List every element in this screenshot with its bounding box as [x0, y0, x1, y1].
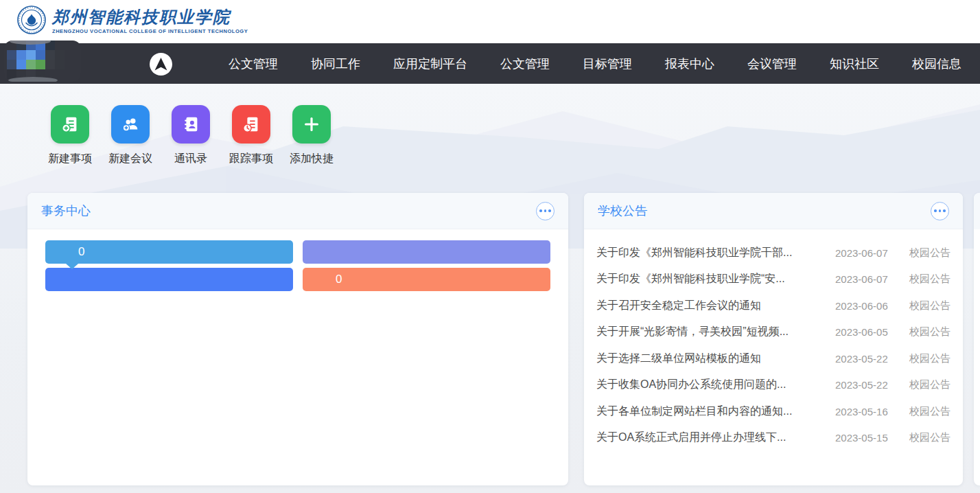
announcement-row[interactable]: 关于选择二级单位网站模板的通知 2023-05-22 校园公告 [596, 345, 950, 372]
announcement-date: 2023-06-05 [835, 326, 896, 338]
doc-clock-icon [232, 105, 270, 144]
announcement-row[interactable]: 关于印发《郑州智能科技职业学院干部... 2023-06-07 校园公告 [596, 240, 950, 266]
announcement-date: 2023-06-07 [835, 247, 896, 259]
school-announcements-panel: 学校公告 关于印发《郑州智能科技职业学院干部... 2023-06-07 校园公… [584, 193, 963, 485]
announcement-title[interactable]: 关于OA系统正式启用并停止办理线下... [596, 431, 835, 445]
sent-items-button[interactable]: 已发事项 [45, 268, 293, 291]
announcement-title[interactable]: 关于各单位制定网站栏目和内容的通知... [596, 404, 835, 419]
nav-item-campus-info[interactable]: 校园信息 [912, 56, 961, 72]
doc-plus-icon [51, 105, 89, 144]
college-name-en: ZHENGZHOU VOCATIONAL COLLEGE OF INTELLIG… [52, 28, 248, 34]
announcement-category: 校园公告 [905, 246, 950, 260]
affairs-panel-title: 事务中心 [41, 203, 91, 219]
main-navbar: 公文管理 协同工作 应用定制平台 公文管理 目标管理 报表中心 会议管理 知识社… [0, 43, 980, 84]
quick-action-contacts[interactable]: 通讯录 [166, 105, 215, 166]
quick-action-label: 新建会议 [108, 152, 152, 166]
quick-action-new-meeting[interactable]: 新建会议 [106, 105, 155, 166]
announcements-more-button[interactable] [931, 202, 949, 220]
announcement-title[interactable]: 关于收集OA协同办公系统使用问题的... [596, 378, 835, 392]
announcement-row[interactable]: 关于OA系统正式启用并停止办理线下... 2023-05-15 校园公告 [596, 425, 950, 452]
announcement-title[interactable]: 关于召开安全稳定工作会议的通知 [596, 299, 835, 313]
announcement-category: 校园公告 [905, 378, 950, 391]
selected-pointer-icon [66, 264, 78, 269]
nav-item-report-center[interactable]: 报表中心 [665, 56, 714, 72]
affairs-more-button[interactable] [536, 202, 555, 220]
college-name-zh: 郑州智能科技职业学院 [52, 8, 248, 26]
nav-item-app-platform[interactable]: 应用定制平台 [393, 56, 467, 72]
nav-item-meeting-mgmt[interactable]: 会议管理 [747, 56, 797, 72]
address-book-icon [172, 105, 210, 144]
service-center-button[interactable]: 0 办事中心 [45, 240, 293, 264]
announcement-category: 校园公告 [905, 352, 950, 365]
announcement-date: 2023-06-06 [835, 300, 896, 312]
pending-send-label: 待发事项 [404, 272, 450, 288]
announcement-row[interactable]: 关于各单位制定网站栏目和内容的通知... 2023-05-16 校园公告 [596, 398, 950, 425]
announcement-category: 校园公告 [905, 299, 950, 312]
quick-action-track-item[interactable]: 跟踪事项 [226, 105, 276, 166]
announcements-panel-title: 学校公告 [598, 203, 647, 219]
announcement-date: 2023-05-16 [835, 406, 896, 417]
affairs-panel-header: 事务中心 [27, 193, 568, 229]
announcement-row[interactable]: 关于召开安全稳定工作会议的通知 2023-06-06 校园公告 [596, 293, 950, 319]
done-items-button[interactable]: 已办事项 [303, 240, 550, 264]
announcement-category: 校园公告 [905, 431, 950, 444]
affairs-center-panel: 事务中心 0 办事中心 已办事项 已发事项 0 待发事项 [27, 193, 568, 485]
college-emblem-icon [16, 5, 47, 38]
announcement-date: 2023-05-15 [835, 432, 896, 444]
announcement-date: 2023-05-22 [835, 379, 896, 391]
announcement-row[interactable]: 关于开展“光影寄情，寻美校园”短视频... 2023-06-05 校园公告 [596, 319, 950, 346]
nav-home-logo-icon[interactable] [150, 53, 172, 76]
blurred-user-info[interactable] [4, 39, 84, 83]
affairs-buttons-grid: 0 办事中心 已办事项 已发事项 0 待发事项 [27, 229, 568, 302]
people-plus-icon [111, 105, 150, 144]
announcements-list: 关于印发《郑州智能科技职业学院干部... 2023-06-07 校园公告 关于印… [584, 229, 963, 451]
quick-action-new-item[interactable]: 新建事项 [45, 105, 95, 166]
pending-send-button[interactable]: 0 待发事项 [303, 268, 550, 291]
quick-action-label: 新建事项 [48, 152, 92, 166]
announcement-row[interactable]: 关于收集OA协同办公系统使用问题的... 2023-05-22 校园公告 [596, 372, 950, 399]
quick-action-add-shortcut[interactable]: 添加快捷 [287, 105, 336, 166]
nav-item-document-mgmt-1[interactable]: 公文管理 [229, 56, 278, 72]
announcement-title[interactable]: 关于开展“光影寄情，寻美校园”短视频... [596, 325, 835, 339]
announcements-panel-header: 学校公告 [584, 193, 963, 229]
quick-actions-bar: 新建事项 新建会议 通讯录 [45, 105, 336, 166]
announcement-title[interactable]: 关于印发《郑州智能科技职业学院干部... [596, 246, 835, 260]
announcement-category: 校园公告 [905, 325, 950, 339]
announcement-title[interactable]: 关于印发《郑州智能科技职业学院“安... [596, 272, 835, 286]
done-items-label: 已办事项 [404, 244, 450, 260]
announcement-category: 校园公告 [905, 273, 950, 286]
nav-menu: 公文管理 协同工作 应用定制平台 公文管理 目标管理 报表中心 会议管理 知识社… [229, 43, 961, 84]
nav-item-collaboration[interactable]: 协同工作 [311, 56, 360, 72]
nav-item-document-mgmt-2[interactable]: 公文管理 [500, 56, 550, 72]
plus-icon [292, 105, 331, 144]
announcement-date: 2023-05-22 [835, 353, 896, 365]
partial-panel-edge [974, 193, 980, 485]
pending-send-count: 0 [336, 268, 342, 291]
nav-item-knowledge-community[interactable]: 知识社区 [830, 56, 879, 72]
quick-action-label: 通讯录 [174, 152, 207, 166]
service-center-label: 办事中心 [146, 244, 193, 260]
announcement-category: 校园公告 [905, 405, 950, 418]
college-logo: 郑州智能科技职业学院 ZHENGZHOU VOCATIONAL COLLEGE … [16, 5, 248, 38]
top-header: 郑州智能科技职业学院 ZHENGZHOU VOCATIONAL COLLEGE … [0, 0, 980, 43]
sent-items-label: 已发事项 [146, 272, 193, 288]
quick-action-label: 跟踪事项 [229, 152, 273, 166]
announcement-row[interactable]: 关于印发《郑州智能科技职业学院“安... 2023-06-07 校园公告 [596, 266, 950, 293]
nav-item-goal-mgmt[interactable]: 目标管理 [583, 56, 632, 72]
service-center-count: 0 [78, 240, 84, 264]
quick-action-label: 添加快捷 [290, 152, 334, 166]
announcement-title[interactable]: 关于选择二级单位网站模板的通知 [596, 352, 835, 366]
announcement-date: 2023-06-07 [835, 273, 896, 285]
